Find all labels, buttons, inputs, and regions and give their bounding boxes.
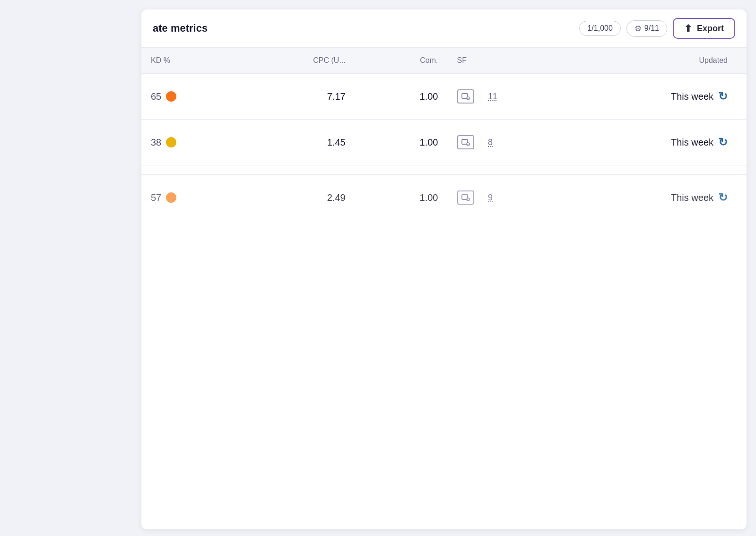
kd-dot-1 <box>166 91 176 102</box>
kd-number-2: 38 <box>151 137 161 148</box>
updated-cell-3: This week ↻ <box>590 175 747 221</box>
settings-badge-value: 9/11 <box>644 24 659 33</box>
kd-number-1: 65 <box>151 91 161 102</box>
spacer-row <box>141 165 747 175</box>
kd-dot-3 <box>166 192 176 203</box>
table-row: 38 1.45 1.00 <box>141 120 747 165</box>
updated-cell-1: This week ↻ <box>590 74 747 120</box>
com-cell-1: 1.00 <box>355 74 448 120</box>
export-button[interactable]: ⬆ Export <box>673 18 735 39</box>
table-container: KD % CPC (U... Com. SF Updated <box>141 48 747 529</box>
kd-cell-2: 38 <box>141 120 227 165</box>
sf-divider-1 <box>481 88 482 105</box>
table-row: 65 7.17 1.00 <box>141 74 747 120</box>
sf-serp-icon-2[interactable] <box>457 135 474 149</box>
sf-serp-icon-1[interactable] <box>457 89 474 104</box>
kd-cell-1: 65 <box>141 74 227 120</box>
sf-divider-2 <box>481 134 482 151</box>
kd-dot-2 <box>166 137 176 147</box>
refresh-icon-1[interactable]: ↻ <box>718 90 728 103</box>
refresh-icon-2[interactable]: ↻ <box>718 136 728 149</box>
table-row: 57 2.49 1.00 <box>141 175 747 221</box>
main-container: ate metrics 1/1,000 ⚙ 9/11 ⬆ Export KD %… <box>141 9 747 529</box>
sf-serp-icon-3[interactable] <box>457 190 474 205</box>
count-badge-value: 1/1,000 <box>587 24 612 33</box>
col-header-sf[interactable]: SF <box>448 48 590 74</box>
data-table: KD % CPC (U... Com. SF Updated <box>141 48 747 220</box>
col-header-updated[interactable]: Updated <box>590 48 747 74</box>
sf-divider-3 <box>481 189 482 206</box>
updated-text-2: This week <box>671 137 713 148</box>
kd-number-3: 57 <box>151 192 161 203</box>
com-cell-3: 1.00 <box>355 175 448 221</box>
toolbar: ate metrics 1/1,000 ⚙ 9/11 ⬆ Export <box>141 9 747 48</box>
col-header-kd[interactable]: KD % <box>141 48 227 74</box>
settings-badge[interactable]: ⚙ 9/11 <box>626 20 667 37</box>
gear-icon: ⚙ <box>634 24 642 34</box>
kd-cell-3: 57 <box>141 175 227 221</box>
cpc-cell-1: 7.17 <box>227 74 355 120</box>
count-badge: 1/1,000 <box>579 21 620 36</box>
export-icon: ⬆ <box>684 23 692 34</box>
sf-number-3[interactable]: 9 <box>488 193 493 203</box>
updated-text-1: This week <box>671 91 713 102</box>
col-header-com[interactable]: Com. <box>355 48 448 74</box>
page-title: ate metrics <box>153 22 208 35</box>
col-header-cpc[interactable]: CPC (U... <box>227 48 355 74</box>
sf-cell-3: 9 <box>448 175 590 221</box>
table-header-row: KD % CPC (U... Com. SF Updated <box>141 48 747 74</box>
sf-cell-2: 8 <box>448 120 590 165</box>
sf-cell-1: 11 <box>448 74 590 120</box>
refresh-icon-3[interactable]: ↻ <box>718 191 728 204</box>
export-label: Export <box>697 24 724 34</box>
sf-number-1[interactable]: 11 <box>488 92 497 102</box>
sf-number-2[interactable]: 8 <box>488 138 493 147</box>
com-cell-2: 1.00 <box>355 120 448 165</box>
updated-cell-2: This week ↻ <box>590 120 747 165</box>
cpc-cell-3: 2.49 <box>227 175 355 221</box>
cpc-cell-2: 1.45 <box>227 120 355 165</box>
updated-text-3: This week <box>671 192 713 203</box>
